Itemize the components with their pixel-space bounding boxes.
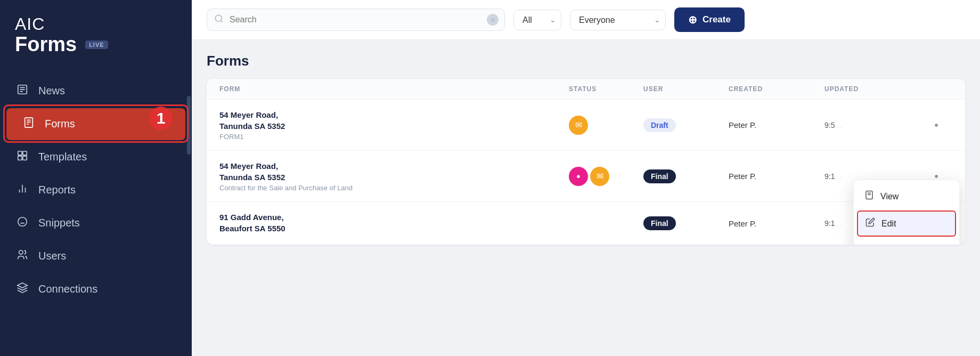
filter-everyone-wrap: Everyone ⌄ xyxy=(570,10,666,30)
news-icon xyxy=(15,84,30,99)
sidebar-item-label-snippets: Snippets xyxy=(38,217,80,229)
status-icon-pink: ● xyxy=(569,167,588,186)
connections-icon xyxy=(15,282,30,297)
context-edit-label: Edit xyxy=(881,219,896,229)
col-actions xyxy=(920,85,952,93)
sidebar-item-news[interactable]: News xyxy=(0,75,192,107)
sidebar-item-users[interactable]: Users xyxy=(0,240,192,272)
page-title: Forms xyxy=(207,53,965,69)
app-logo: AIC Forms LIVE xyxy=(0,15,192,75)
users-icon xyxy=(15,249,30,264)
filter-all-select[interactable]: All xyxy=(513,10,561,30)
app-name-line1: AIC xyxy=(15,15,177,34)
svg-rect-11 xyxy=(23,156,27,160)
status-badge-3: Final xyxy=(643,216,676,230)
form-created-1: 9:5… xyxy=(824,121,920,130)
search-input[interactable] xyxy=(207,9,505,31)
sidebar: AIC Forms LIVE News Forms Templates xyxy=(0,0,192,356)
sidebar-item-snippets[interactable]: Snippets xyxy=(0,207,192,239)
form-info-1: 54 Meyer Road,Tanunda SA 5352 FORM1 xyxy=(219,109,569,141)
table-row: 54 Meyer Road,Tanunda SA 5352 Contract f… xyxy=(207,151,965,202)
svg-line-18 xyxy=(220,20,222,22)
sidebar-item-label-news: News xyxy=(38,85,65,97)
sidebar-item-reports[interactable]: Reports xyxy=(0,174,192,206)
context-menu: View Edit Download xyxy=(853,180,960,245)
form-title-1: 54 Meyer Road,Tanunda SA 5352 xyxy=(219,109,569,132)
svg-point-17 xyxy=(215,15,222,21)
sidebar-item-label-reports: Reports xyxy=(38,184,76,196)
templates-icon xyxy=(15,150,30,165)
status-badge-2: Final xyxy=(643,169,676,183)
form-status-icons-2: ● ✉ xyxy=(569,167,643,186)
form-subtitle-2: Contract for the Sale and Purchase of La… xyxy=(219,184,569,192)
form-info-2: 54 Meyer Road,Tanunda SA 5352 Contract f… xyxy=(219,160,569,192)
sidebar-item-label-forms: Forms xyxy=(45,118,75,130)
create-button[interactable]: ⊕ Create xyxy=(674,7,745,32)
svg-point-15 xyxy=(18,217,27,226)
context-menu-view[interactable]: View xyxy=(854,183,959,209)
email-icon-yellow: ✉ xyxy=(569,116,588,135)
email-icon-2: ✉ xyxy=(590,167,609,186)
svg-rect-4 xyxy=(25,118,33,127)
content-area: Forms FORM STATUS USER CREATED UPDATED 5… xyxy=(192,40,980,356)
annotation-badge-1: 1 xyxy=(149,107,173,130)
search-icon xyxy=(214,14,224,26)
col-form: FORM xyxy=(219,85,569,93)
sidebar-item-label-connections: Connections xyxy=(38,283,97,295)
svg-point-16 xyxy=(19,250,23,254)
search-wrap: ✕ xyxy=(207,9,505,31)
form-user-1: Peter P. xyxy=(729,120,824,130)
snippets-icon xyxy=(15,216,30,231)
svg-rect-8 xyxy=(18,151,22,155)
table-header: FORM STATUS USER CREATED UPDATED xyxy=(207,79,965,100)
form-user-2: Peter P. xyxy=(729,172,824,181)
table-row: 54 Meyer Road,Tanunda SA 5352 FORM1 ✉ Dr… xyxy=(207,100,965,151)
form-badge-1: Draft xyxy=(643,118,729,132)
topbar: ✕ All ⌄ Everyone ⌄ ⊕ Create xyxy=(192,0,980,40)
form-badge-2: Final xyxy=(643,169,729,183)
form-info-3: 91 Gadd Avenue,Beaufort SA 5550 xyxy=(219,212,569,235)
sidebar-item-templates[interactable]: Templates xyxy=(0,141,192,173)
plus-icon: ⊕ xyxy=(688,13,697,26)
search-clear-button[interactable]: ✕ xyxy=(487,14,499,26)
reports-icon xyxy=(15,183,30,198)
row-menu-button-1[interactable]: • xyxy=(920,118,952,132)
col-status: STATUS xyxy=(569,85,643,93)
form-status-icons-1: ✉ xyxy=(569,116,643,135)
context-view-label: View xyxy=(880,192,899,201)
main-content: ✕ All ⌄ Everyone ⌄ ⊕ Create Forms FORM S… xyxy=(192,0,980,356)
form-badge-3: Final xyxy=(643,216,729,230)
context-menu-edit[interactable]: Edit xyxy=(857,211,956,237)
context-menu-download[interactable]: Download xyxy=(854,238,959,245)
sidebar-scrollbar[interactable] xyxy=(187,96,191,155)
form-title-3: 91 Gadd Avenue,Beaufort SA 5550 xyxy=(219,212,569,234)
sidebar-item-connections[interactable]: Connections xyxy=(0,273,192,305)
status-badge-1: Draft xyxy=(643,118,676,132)
sidebar-item-label-users: Users xyxy=(38,250,66,262)
forms-table: FORM STATUS USER CREATED UPDATED 54 Meye… xyxy=(207,79,965,245)
live-badge: LIVE xyxy=(85,41,108,49)
app-name-line2: Forms xyxy=(15,34,77,56)
edit-icon xyxy=(865,217,875,230)
table-row: 91 Gadd Avenue,Beaufort SA 5550 Final Pe… xyxy=(207,202,965,245)
col-created: CREATED xyxy=(729,85,824,93)
svg-rect-9 xyxy=(23,151,27,155)
sidebar-item-label-templates: Templates xyxy=(38,151,87,163)
forms-icon xyxy=(21,117,36,132)
form-title-2: 54 Meyer Road,Tanunda SA 5352 xyxy=(219,160,569,183)
form-user-3: Peter P. xyxy=(729,219,824,228)
view-icon xyxy=(864,190,874,203)
filter-all-wrap: All ⌄ xyxy=(513,10,561,30)
col-user: USER xyxy=(643,85,729,93)
form-subtitle-1: FORM1 xyxy=(219,133,569,141)
col-updated: UPDATED xyxy=(824,85,920,93)
create-button-label: Create xyxy=(703,14,731,25)
filter-everyone-select[interactable]: Everyone xyxy=(570,10,666,30)
svg-rect-10 xyxy=(18,156,22,160)
